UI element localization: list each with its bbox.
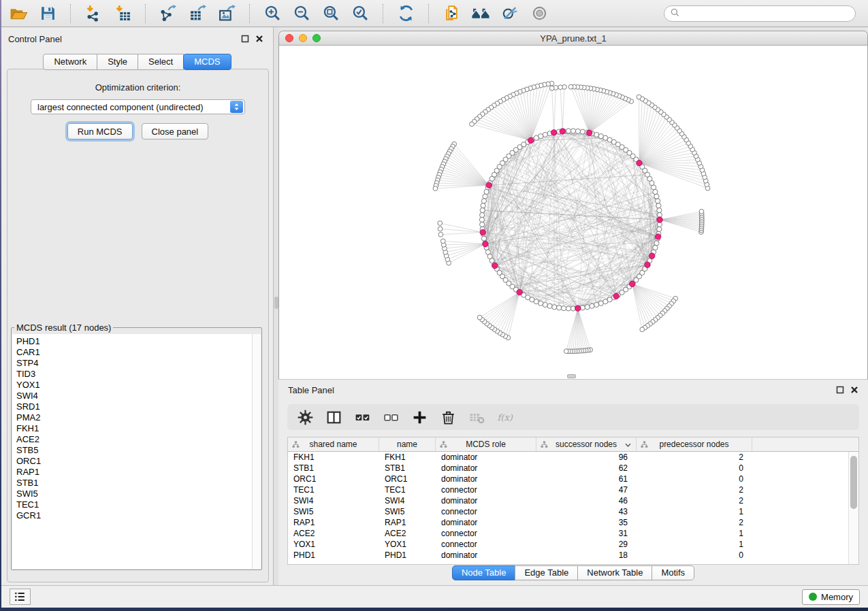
close-panel-icon[interactable] bbox=[255, 35, 263, 43]
main-area: Control Panel NetworkStyleSelectMCDS Opt… bbox=[1, 27, 868, 585]
tab-select[interactable]: Select bbox=[138, 54, 184, 70]
clear-selection-icon[interactable] bbox=[382, 408, 400, 426]
table-row[interactable]: TEC1TEC1connector472 bbox=[288, 484, 848, 495]
mcds-result-item[interactable]: CAR1 bbox=[16, 347, 261, 358]
zoom-in-icon[interactable] bbox=[262, 3, 283, 24]
table-row[interactable]: PHD1PHD1dominator180 bbox=[288, 550, 848, 561]
tab-network-table[interactable]: Network Table bbox=[577, 565, 652, 580]
table-cell: 46 bbox=[536, 495, 637, 506]
table-scrollbar-thumb[interactable] bbox=[850, 456, 857, 509]
table-row[interactable]: FKH1FKH1dominator962 bbox=[288, 452, 848, 463]
memory-status-icon bbox=[809, 593, 817, 601]
task-history-button[interactable] bbox=[10, 589, 31, 605]
network-canvas[interactable] bbox=[279, 46, 867, 379]
table-scrollbar[interactable] bbox=[848, 452, 858, 564]
table-row[interactable]: RAP1RAP1dominator352 bbox=[288, 517, 848, 528]
import-network-icon[interactable] bbox=[83, 3, 103, 24]
tab-style[interactable]: Style bbox=[97, 54, 138, 70]
mcds-result-item[interactable]: STB5 bbox=[16, 445, 261, 456]
zoom-out-icon[interactable] bbox=[291, 3, 312, 24]
toolbar-separator bbox=[383, 4, 383, 23]
network-window-titlebar[interactable]: YPA_prune.txt_1 bbox=[279, 31, 867, 46]
show-eye-icon[interactable] bbox=[529, 3, 549, 24]
table-cell: 2 bbox=[637, 517, 752, 528]
float-table-panel-icon[interactable] bbox=[836, 386, 844, 394]
refresh-icon[interactable] bbox=[396, 3, 416, 24]
mcds-result-item[interactable]: PMA2 bbox=[16, 412, 261, 423]
tab-edge-table[interactable]: Edge Table bbox=[515, 565, 578, 580]
table-row[interactable]: STB1STB1dominator620 bbox=[288, 463, 848, 474]
table-row[interactable]: YOX1YOX1connector291 bbox=[288, 539, 848, 550]
table-row[interactable]: SWI5SWI5connector431 bbox=[288, 506, 848, 517]
gear-icon[interactable] bbox=[296, 408, 314, 426]
table-row[interactable]: ORC1ORC1dominator610 bbox=[288, 474, 848, 484]
delete-table-icon bbox=[468, 408, 485, 426]
close-panel-button[interactable]: Close panel bbox=[142, 123, 209, 139]
import-table-icon[interactable] bbox=[112, 3, 133, 24]
zoom-selected-icon[interactable] bbox=[350, 3, 370, 24]
splitter-handle[interactable] bbox=[274, 297, 278, 309]
mcds-result-list: PHD1CAR1STP4TID3YOX1SWI4SRD1PMA2FKH1ACE2… bbox=[12, 334, 261, 521]
mcds-result-item[interactable]: FKH1 bbox=[16, 423, 261, 434]
node-table: shared namenameMCDS rolesuccessor nodesp… bbox=[287, 437, 859, 565]
column-header-shared-name[interactable]: shared name bbox=[288, 437, 379, 451]
run-mcds-button[interactable]: Run MCDS bbox=[67, 123, 133, 139]
vertical-splitter[interactable] bbox=[273, 27, 278, 585]
mcds-result-item[interactable]: GCR1 bbox=[16, 510, 261, 521]
table-cell: dominator bbox=[436, 495, 536, 506]
tab-node-table[interactable]: Node Table bbox=[452, 565, 516, 580]
table-cell: ORC1 bbox=[288, 474, 379, 484]
save-session-icon[interactable] bbox=[37, 3, 58, 24]
node-table-body: FKH1FKH1dominator962STB1STB1dominator620… bbox=[288, 452, 848, 564]
float-panel-icon[interactable] bbox=[241, 35, 249, 43]
search-box[interactable] bbox=[664, 5, 856, 22]
mcds-result-item[interactable]: STP4 bbox=[16, 358, 261, 369]
mcds-result-item[interactable]: PHD1 bbox=[16, 336, 261, 347]
table-cell: connector bbox=[436, 528, 536, 539]
table-cell: dominator bbox=[436, 474, 536, 484]
export-network-icon[interactable] bbox=[158, 3, 178, 24]
column-header-MCDS-role[interactable]: MCDS role bbox=[436, 437, 536, 451]
mcds-result-item[interactable]: TEC1 bbox=[16, 499, 261, 510]
columns-icon[interactable] bbox=[325, 408, 342, 426]
mcds-result-item[interactable]: STB1 bbox=[16, 478, 261, 489]
network-graph[interactable] bbox=[279, 46, 867, 379]
table-row[interactable]: SWI4SWI4dominator462 bbox=[288, 495, 848, 506]
table-cell: connector bbox=[436, 539, 536, 550]
open-session-icon[interactable] bbox=[8, 3, 29, 24]
column-header-successor-nodes[interactable]: successor nodes bbox=[536, 437, 637, 451]
zoom-fit-icon[interactable] bbox=[321, 3, 341, 24]
add-icon[interactable] bbox=[411, 408, 428, 426]
tab-mcds[interactable]: MCDS bbox=[183, 54, 231, 70]
mcds-result-item[interactable]: ACE2 bbox=[16, 434, 261, 445]
table-cell-filler bbox=[752, 484, 848, 495]
canvas-scroll-handle[interactable] bbox=[567, 374, 576, 378]
mcds-list-scrollbar[interactable] bbox=[252, 334, 261, 569]
mcds-result-item[interactable]: SRD1 bbox=[16, 401, 261, 412]
criterion-select[interactable]: largest connected component (undirected) bbox=[31, 99, 245, 114]
mcds-result-item[interactable]: ORC1 bbox=[16, 456, 261, 467]
select-all-icon[interactable] bbox=[353, 408, 371, 426]
application-window: Control Panel NetworkStyleSelectMCDS Opt… bbox=[1, 0, 868, 608]
delete-icon[interactable] bbox=[439, 408, 457, 426]
clone-network-icon[interactable] bbox=[441, 3, 462, 24]
table-cell: TEC1 bbox=[288, 484, 379, 495]
mcds-result-item[interactable]: TID3 bbox=[16, 369, 261, 380]
memory-button[interactable]: Memory bbox=[802, 589, 860, 605]
node-table-header: shared namenameMCDS rolesuccessor nodesp… bbox=[288, 437, 858, 452]
search-input[interactable] bbox=[683, 7, 855, 20]
mcds-result-item[interactable]: YOX1 bbox=[16, 380, 261, 391]
table-row[interactable]: ACE2ACE2connector311 bbox=[288, 528, 848, 539]
column-header-predecessor-nodes[interactable]: predecessor nodes bbox=[637, 437, 752, 451]
mcds-result-item[interactable]: SWI5 bbox=[16, 489, 261, 499]
hide-glasses-icon[interactable] bbox=[500, 3, 520, 24]
tab-network[interactable]: Network bbox=[43, 54, 97, 70]
column-header-name[interactable]: name bbox=[379, 437, 436, 451]
close-table-panel-icon[interactable] bbox=[850, 386, 858, 394]
mcds-result-item[interactable]: RAP1 bbox=[16, 467, 261, 478]
mcds-result-item[interactable]: SWI4 bbox=[16, 391, 261, 401]
export-table-icon[interactable] bbox=[187, 3, 208, 24]
export-image-icon[interactable] bbox=[216, 3, 237, 24]
search-window-icon[interactable] bbox=[470, 3, 491, 24]
tab-motifs[interactable]: Motifs bbox=[652, 565, 694, 580]
